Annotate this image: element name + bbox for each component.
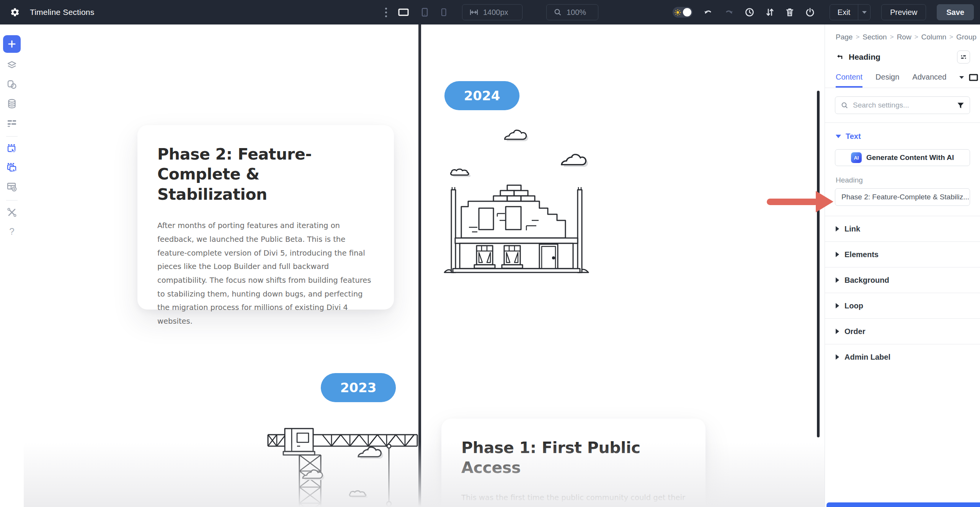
heading-field[interactable]: Phase 2: Feature-Complete & Stabiliz... [835,188,970,206]
tablet-icon[interactable] [420,7,429,17]
section-link[interactable]: Link [825,216,980,241]
save-button[interactable]: Save [937,4,974,20]
card-title[interactable]: Phase 1: First Public Access [461,438,686,478]
crane-illustration[interactable] [263,421,423,507]
tab-content[interactable]: Content [836,73,862,88]
theme-toggle[interactable] [673,7,693,18]
breadcrumb-page[interactable]: Page [836,33,853,41]
phone-icon[interactable] [440,7,448,17]
sidebar-divider [6,200,18,201]
page-title: Timeline Sections [30,8,94,17]
multi-select-icon[interactable] [5,161,18,174]
wireframe-icon[interactable] [5,116,18,129]
section-order[interactable]: Order [825,318,980,344]
left-toolbar: ? [0,24,24,507]
card-body[interactable]: This was the first time the public commu… [461,491,686,507]
theme-toggle-sun-icon [675,9,681,16]
settings-panel: Page > Section > Row > Column > Group He… [825,24,980,507]
building-illustration[interactable] [444,184,589,276]
section-text[interactable]: Text [825,123,980,143]
dock-icon[interactable] [957,51,970,64]
tab-design[interactable]: Design [875,73,899,88]
layers-icon[interactable] [5,59,18,72]
caret-down-icon [836,135,841,138]
exit-button[interactable]: Exit [830,4,871,20]
database-icon[interactable] [5,97,18,110]
desktop-icon[interactable] [398,8,409,17]
preview-button[interactable]: Preview [881,4,926,20]
search-settings[interactable] [835,96,970,114]
breadcrumb-section[interactable]: Section [862,33,887,41]
year-badge-2024[interactable]: 2024 [444,81,519,110]
caret-right-icon [836,329,839,334]
zoom-icon [554,8,562,16]
add-module-button[interactable] [3,35,21,53]
history-icon[interactable] [745,7,755,17]
panel-bottom-accent [826,502,980,507]
tab-advanced[interactable]: Advanced [912,73,946,88]
divi-builder-app: Timeline Sections [0,0,980,507]
caret-right-icon [836,277,839,283]
cloud-illustration [558,152,589,167]
search-input[interactable] [835,101,970,109]
card-title[interactable]: Phase 2: Feature-Complete & Stabilizatio… [157,144,374,204]
sidebar-divider [6,136,18,137]
heading-field-label: Heading [825,166,980,188]
sort-icon[interactable] [765,7,774,17]
caret-right-icon [836,226,839,231]
help-icon[interactable]: ? [5,225,18,238]
top-toolbar: Timeline Sections [0,0,980,24]
search-icon [841,101,849,109]
section-elements[interactable]: Elements [825,241,980,267]
breadcrumb-row[interactable]: Row [897,33,911,41]
canvas-width-control[interactable] [462,4,523,20]
module-title: Heading [849,52,880,62]
cloud-illustration [449,167,476,178]
canvas-width-icon [469,8,479,16]
canvas-width-input[interactable] [483,8,515,17]
breadcrumb-column[interactable]: Column [921,33,946,41]
return-arrow-icon[interactable] [836,53,843,61]
trash-icon[interactable] [785,7,794,17]
breadcrumb: Page > Section > Row > Column > Group [825,24,980,43]
more-dots-icon[interactable] [385,8,387,17]
section-background[interactable]: Background [825,267,980,293]
filter-icon[interactable] [957,102,964,109]
zoom-input[interactable] [567,8,591,17]
caret-right-icon [836,354,839,360]
add-icon [8,40,16,48]
exit-dropdown[interactable] [858,5,870,20]
canvas-scrollbar[interactable] [817,91,820,437]
card-body[interactable]: After months of porting features and ite… [157,219,374,328]
select-element-icon[interactable] [5,142,18,155]
portability-icon[interactable] [805,7,815,17]
section-admin-label[interactable]: Admin Label [825,344,980,370]
settings-tabs: Content Design Advanced [825,66,980,88]
tools-icon[interactable] [5,206,18,219]
monitor-icon[interactable] [969,73,978,82]
caret-right-icon [836,303,839,308]
cloud-illustration [348,489,373,499]
chevron-down-icon[interactable] [959,76,964,79]
cloud-illustration [300,468,325,480]
page-settings-icon[interactable] [5,180,18,193]
section-loop[interactable]: Loop [825,293,980,318]
caret-right-icon [836,252,839,257]
gear-icon[interactable] [10,7,20,17]
timeline-card-phase1[interactable]: Phase 1: First Public Access This was th… [441,419,706,507]
redo-icon[interactable] [724,8,734,16]
ai-badge-icon: AI [851,152,862,163]
breadcrumb-group[interactable]: Group [956,33,977,41]
zoom-control[interactable] [546,4,598,20]
cloud-illustration [502,128,529,141]
timeline-card-phase2[interactable]: Phase 2: Feature-Complete & Stabilizatio… [137,125,394,310]
generate-ai-button[interactable]: AI Generate Content With AI [835,149,970,166]
undo-icon[interactable] [703,8,713,16]
cloud-illustration [355,445,384,459]
year-badge-2023[interactable]: 2023 [321,373,396,402]
presets-icon[interactable] [5,78,18,91]
builder-canvas: 2024 [24,24,825,507]
